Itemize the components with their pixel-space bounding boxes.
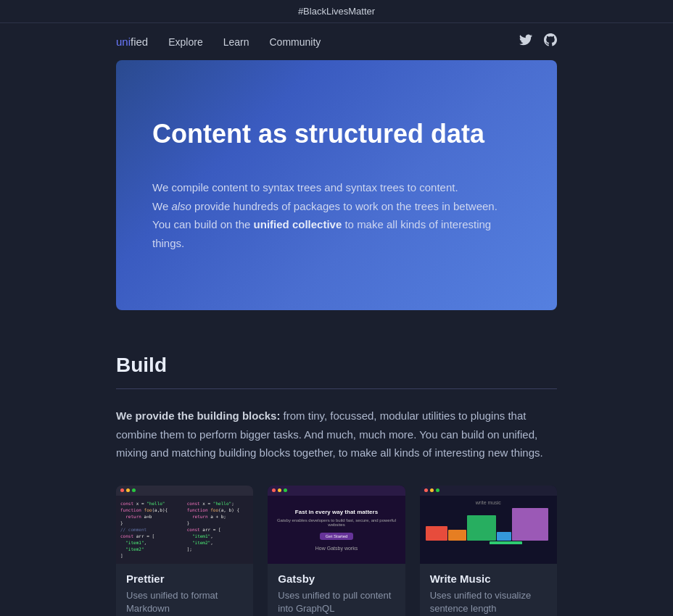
wm-bar-1 (426, 526, 447, 541)
card-writemusic: write music Write (420, 486, 557, 616)
logo-suffix: fied (131, 36, 148, 48)
gatsby-card-desc: Uses unified to pull content into GraphQ… (278, 589, 395, 615)
build-description: We provide the building blocks: from tin… (116, 407, 557, 462)
gatsby-window-chrome (268, 486, 405, 496)
nav-link-community[interactable]: Community (270, 36, 321, 48)
card-prettier: const x = "hello" function foo(a,b){ ret… (116, 486, 253, 616)
nav-logo[interactable]: unified (116, 36, 148, 48)
logo-prefix: uni (116, 36, 131, 48)
build-section: Build We provide the building blocks: fr… (116, 339, 557, 616)
wm-bar-4 (497, 532, 511, 541)
hero-line-3: You can build on the unified collective … (152, 215, 521, 252)
wm-bar-2 (448, 530, 466, 541)
writemusic-card-title: Write Music (430, 573, 547, 585)
prettier-panel-left: const x = "hello" function foo(a,b){ ret… (120, 500, 183, 559)
dot-yellow-3 (430, 488, 434, 492)
nav-left: unified Explore Learn Community (116, 36, 321, 48)
build-desc-prefix: We provide the building blocks: (116, 409, 280, 422)
build-title: Build (116, 354, 557, 377)
dot-yellow (126, 488, 130, 492)
wm-bar-5 (512, 508, 548, 541)
prettier-card-content: Prettier Uses unified to format Markdown… (116, 564, 253, 616)
dot-red (120, 488, 124, 492)
hero-section: Content as structured data We compile co… (116, 60, 557, 310)
writemusic-screenshot: write music (420, 486, 557, 564)
prettier-card-desc: Uses unified to format Markdown (126, 589, 243, 615)
gatsby-screenshot: Fast in every way that matters Gatsby en… (268, 486, 405, 564)
wm-bar-3 (467, 515, 496, 541)
gatsby-card-title: Gatsby (278, 573, 395, 585)
dot-yellow-2 (278, 488, 281, 492)
writemusic-card-desc: Uses unified to visualize sentence lengt… (430, 589, 547, 615)
prettier-content: const x = "hello" function foo(a,b){ ret… (116, 496, 253, 563)
prettier-panel-right: const x = "hello"; function foo(a, b) { … (187, 500, 249, 559)
build-divider (116, 388, 557, 389)
gatsby-header-text: Fast in every way that matters (295, 509, 378, 515)
nav-right (519, 33, 557, 50)
hero-text: We compile content to syntax trees and s… (152, 178, 521, 252)
cards-row: const x = "hello" function foo(a,b){ ret… (116, 486, 557, 616)
navbar: unified Explore Learn Community (0, 23, 673, 60)
writemusic-label: write music (476, 500, 501, 505)
writemusic-body: write music (420, 496, 557, 549)
dot-green-3 (436, 488, 439, 492)
github-icon[interactable] (544, 33, 557, 50)
dot-red-3 (424, 488, 428, 492)
card-gatsby: Fast in every way that matters Gatsby en… (268, 486, 405, 616)
prettier-card-title: Prettier (126, 573, 243, 585)
dot-green (132, 488, 136, 492)
writemusic-bars (426, 508, 551, 544)
nav-link-explore[interactable]: Explore (168, 36, 202, 48)
dot-green-2 (284, 488, 287, 492)
dot-red-2 (272, 488, 276, 492)
top-banner: #BlackLivesMatter (0, 0, 673, 23)
prettier-window-chrome (116, 486, 253, 496)
hero-line-2: We also provide hundreds of packages to … (152, 197, 521, 216)
gatsby-section-title: How Gatsby works (315, 546, 358, 551)
gatsby-card-content: Gatsby Uses unified to pull content into… (268, 564, 405, 616)
writemusic-window-chrome (420, 486, 557, 496)
hero-title: Content as structured data (152, 118, 521, 149)
wm-bar-9 (490, 541, 522, 544)
banner-text: #BlackLivesMatter (298, 6, 375, 17)
hero-line-1: We compile content to syntax trees and s… (152, 178, 521, 197)
gatsby-cta-btn[interactable]: Get Started (320, 533, 354, 540)
gatsby-body: Fast in every way that matters Gatsby en… (268, 496, 405, 564)
gatsby-sub-text: Gatsby enables developers to build fast,… (273, 518, 399, 527)
nav-link-learn[interactable]: Learn (223, 36, 249, 48)
writemusic-card-content: Write Music Uses unified to visualize se… (420, 564, 557, 616)
prettier-screenshot: const x = "hello" function foo(a,b){ ret… (116, 486, 253, 564)
twitter-icon[interactable] (519, 33, 532, 50)
